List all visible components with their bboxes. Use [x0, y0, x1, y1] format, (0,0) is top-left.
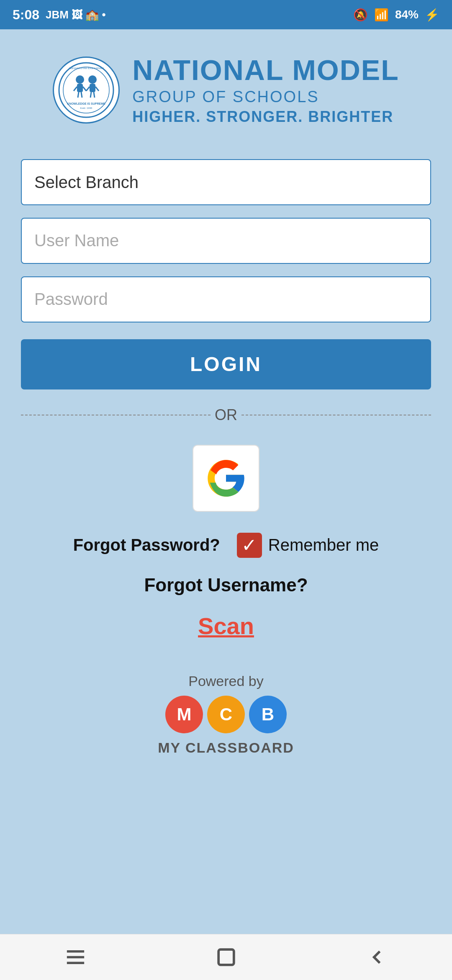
- form-section: Select Branch LOGIN OR: [21, 159, 431, 756]
- svg-rect-9: [90, 84, 95, 92]
- username-input[interactable]: [21, 218, 431, 264]
- menu-button[interactable]: [59, 945, 92, 970]
- status-bar: 5:08 JBM 🖼 🏫 • 🔕 📶 84%⚡: [0, 0, 452, 29]
- main-content: KNOWLEDGE IS SUPREME Estd. 1996 TEESAAVA…: [0, 29, 452, 934]
- menu-icon: [64, 946, 87, 969]
- back-icon: [365, 946, 388, 969]
- or-line-left: [21, 415, 211, 415]
- scan-link[interactable]: Scan: [21, 612, 431, 640]
- home-button[interactable]: [209, 945, 243, 970]
- powered-by-section: Powered by M C B MY CLASSBOARD: [21, 673, 431, 756]
- home-icon: [215, 946, 238, 969]
- mcb-b-logo: B: [249, 696, 287, 733]
- or-line-right: [241, 415, 431, 415]
- wifi-icon: 📶: [374, 8, 389, 22]
- mcb-c-logo: C: [207, 696, 245, 733]
- nav-bar: [0, 934, 452, 980]
- school-tagline: HIGHER. STRONGER. BRIGHTER: [132, 108, 399, 126]
- svg-line-13: [94, 92, 95, 98]
- svg-line-7: [81, 92, 82, 98]
- school-name-block: NATIONAL MODEL GROUP OF SCHOOLS HIGHER. …: [132, 54, 399, 126]
- forgot-password-link[interactable]: Forgot Password?: [73, 536, 220, 554]
- school-name: NATIONAL MODEL: [132, 54, 399, 86]
- svg-point-8: [88, 75, 97, 84]
- google-btn-wrapper: [21, 445, 431, 512]
- app-icons: JBM 🖼 🏫 •: [46, 8, 106, 21]
- my-classboard-label: MY CLASSBOARD: [158, 740, 294, 756]
- svg-text:KNOWLEDGE IS SUPREME: KNOWLEDGE IS SUPREME: [67, 102, 106, 105]
- mcb-logos: M C B: [165, 696, 287, 733]
- remember-me-wrapper: ✓ Remember me: [237, 533, 379, 558]
- status-left: 5:08 JBM 🖼 🏫 •: [13, 7, 106, 23]
- svg-text:Estd. 1996: Estd. 1996: [80, 107, 92, 109]
- svg-text:TEESAAVASYAM IDAM SARVAM: TEESAAVASYAM IDAM SARVAM: [69, 67, 104, 70]
- or-divider: OR: [21, 406, 431, 424]
- forgot-row: Forgot Password? ✓ Remember me: [21, 533, 431, 558]
- school-subtitle: GROUP OF SCHOOLS: [132, 86, 399, 108]
- school-logo: KNOWLEDGE IS SUPREME Estd. 1996 TEESAAVA…: [53, 57, 120, 124]
- battery-icon: 84%: [395, 8, 419, 21]
- svg-line-12: [90, 92, 91, 98]
- select-branch-dropdown[interactable]: Select Branch: [21, 159, 431, 205]
- svg-line-10: [86, 87, 90, 91]
- status-right: 🔕 📶 84%⚡: [353, 8, 439, 22]
- remember-me-label: Remember me: [268, 536, 379, 554]
- google-signin-button[interactable]: [193, 445, 259, 512]
- svg-rect-20: [218, 949, 234, 965]
- checkmark-icon: ✓: [241, 536, 257, 554]
- or-text: OR: [211, 406, 241, 424]
- bell-icon: 🔕: [353, 8, 368, 22]
- svg-line-6: [78, 92, 79, 98]
- password-input[interactable]: [21, 276, 431, 322]
- back-button[interactable]: [360, 945, 393, 970]
- status-time: 5:08: [13, 7, 39, 23]
- svg-line-4: [74, 87, 77, 91]
- mcb-m-logo: M: [165, 696, 203, 733]
- svg-line-11: [95, 87, 99, 91]
- forgot-username-link[interactable]: Forgot Username?: [21, 575, 431, 596]
- logo-section: KNOWLEDGE IS SUPREME Estd. 1996 TEESAAVA…: [53, 54, 399, 126]
- login-button[interactable]: LOGIN: [21, 339, 431, 389]
- svg-point-2: [76, 75, 84, 84]
- svg-line-5: [83, 87, 86, 91]
- svg-rect-3: [77, 84, 83, 92]
- remember-me-checkbox[interactable]: ✓: [237, 533, 262, 558]
- powered-by-text: Powered by: [188, 673, 264, 689]
